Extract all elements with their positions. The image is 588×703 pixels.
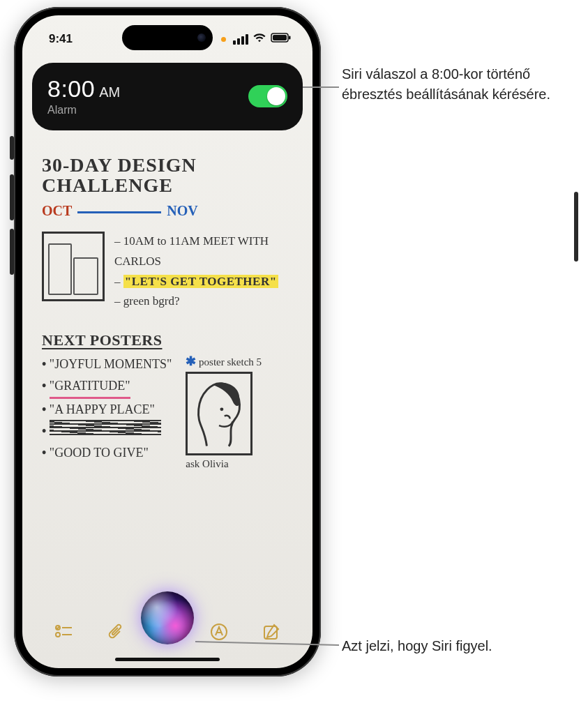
status-time: 9:41: [49, 32, 73, 46]
star-icon: ✱: [186, 354, 196, 368]
iphone-frame: 9:41 8:00: [14, 7, 321, 676]
callout-alarm: Siri válaszol a 8:00-kor történő ébreszt…: [342, 64, 579, 105]
compose-icon[interactable]: [262, 622, 281, 642]
power-button: [574, 192, 578, 262]
callout-siri: Azt jelzi, hogy Siri figyel.: [342, 636, 492, 656]
month-oct: OCT: [42, 203, 72, 219]
note-bullet-3: green bgrd?: [114, 292, 296, 312]
cellular-icon: [233, 34, 248, 45]
poster-sketch-label: poster sketch 5: [199, 356, 262, 368]
poster-item-2: "GRATITUDE": [50, 375, 130, 399]
alarm-time: 8:00: [47, 75, 95, 103]
svg-rect-2: [289, 36, 291, 40]
mic-indicator-icon: [221, 37, 226, 42]
note-canvas[interactable]: 30-DAY DESIGN CHALLENGE OCT NOV 10AM to …: [22, 141, 312, 612]
toggle-knob-icon: [267, 87, 285, 105]
alarm-label: Alarm: [47, 104, 120, 116]
svg-rect-1: [273, 35, 287, 40]
poster-item-3: "A HAPPY PLACE": [42, 399, 172, 421]
siri-alarm-card[interactable]: 8:00 AM Alarm: [32, 63, 303, 130]
month-nov: NOV: [167, 203, 197, 219]
svg-point-6: [56, 633, 60, 637]
poster-item-1: "JOYFUL MOMENTS": [42, 354, 172, 375]
poster-item-5: "GOOD TO GIVE": [42, 442, 172, 464]
siri-orb-icon[interactable]: [141, 591, 194, 644]
markup-icon[interactable]: [209, 622, 229, 642]
note-bullet-1: 10AM to 11AM MEET WITH CARLOS: [114, 232, 296, 272]
screen: 9:41 8:00: [22, 15, 312, 668]
svg-point-3: [220, 408, 224, 411]
dynamic-island: [122, 25, 213, 50]
front-camera-icon: [197, 33, 206, 42]
checklist-icon[interactable]: [54, 622, 73, 642]
posters-heading: NEXT POSTERS: [42, 331, 296, 349]
attachment-icon[interactable]: [106, 622, 126, 642]
alarm-toggle[interactable]: [248, 85, 287, 107]
poster-sketch-icon: [186, 372, 252, 455]
note-title-line2: CHALLENGE: [42, 175, 296, 195]
sketch-thumbnail-icon: [42, 232, 105, 301]
ask-olivia-note: ask Olivia: [186, 458, 269, 470]
note-bullet-2: "LET'S GET TOGETHER": [123, 275, 278, 288]
poster-item-4-struck: [42, 420, 172, 442]
month-divider-line: [77, 211, 161, 213]
alarm-ampm: AM: [99, 84, 120, 100]
note-title-line1: 30-DAY DESIGN: [42, 155, 296, 175]
wifi-icon: [252, 32, 266, 46]
battery-icon: [271, 32, 292, 46]
home-indicator[interactable]: [115, 658, 220, 661]
